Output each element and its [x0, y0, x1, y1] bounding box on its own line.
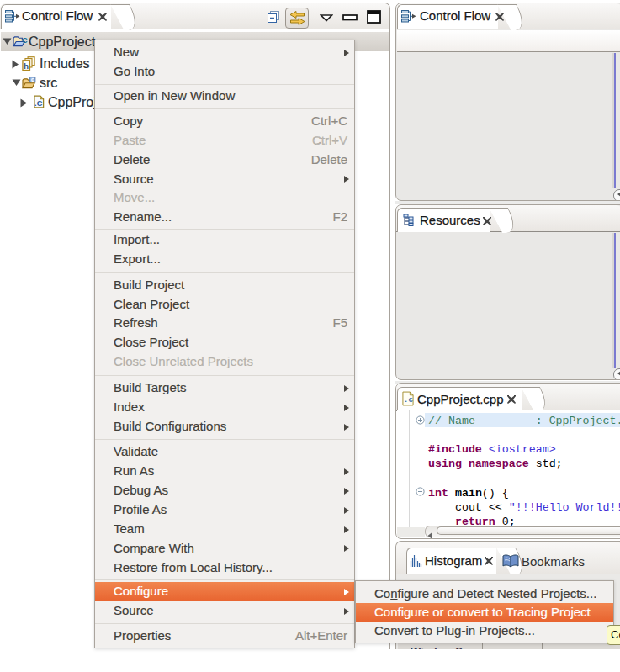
svg-text:h: h	[24, 61, 29, 71]
svg-text:C: C	[22, 36, 28, 45]
svg-text:.C: .C	[34, 99, 43, 108]
svg-text:c: c	[31, 77, 34, 82]
svg-text:.c: .c	[404, 395, 414, 405]
